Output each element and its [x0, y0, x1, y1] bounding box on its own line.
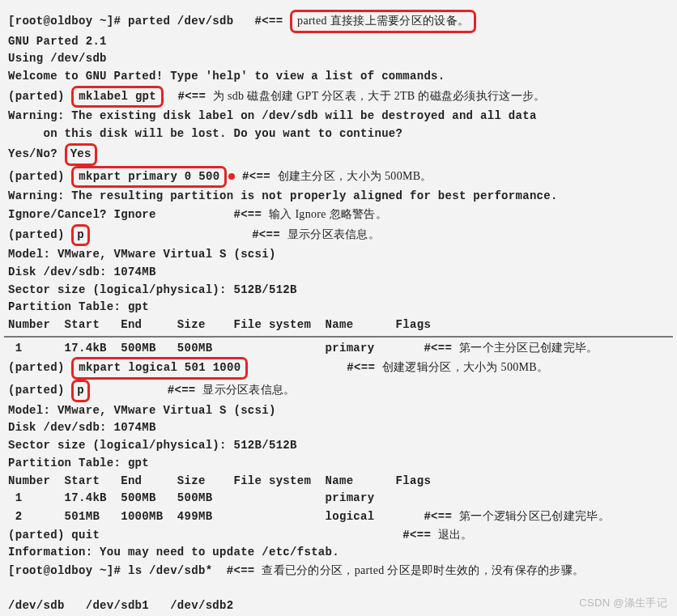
- out-model2: Model: VMware, VMware Virtual S (scsi): [8, 402, 669, 420]
- arrow-icon: #<==: [227, 564, 262, 577]
- table-row: 1 17.4kB 500MB 500MB primary: [8, 342, 374, 355]
- parted-prompt: (parted): [8, 361, 71, 374]
- input-mkpart-primary[interactable]: mkpart primary 0 500: [71, 166, 227, 189]
- terminal-line: (parted) quit #<== 退出。: [8, 526, 669, 545]
- out-using: Using /dev/sdb: [8, 50, 669, 68]
- input-yes[interactable]: Yes: [65, 143, 97, 166]
- out-warn2: Warning: The resulting partition is not …: [8, 188, 669, 206]
- terminal-line: 1 17.4kB 500MB 500MB primary #<== 第一个主分区…: [8, 339, 669, 358]
- parted-prompt: (parted): [8, 170, 71, 183]
- annotation-device: parted 直接接上需要分区的设备。: [290, 10, 476, 33]
- out-warn1a: Warning: The existing disk label on /dev…: [8, 108, 669, 125]
- out-disk: Disk /dev/sdb: 1074MB: [8, 264, 669, 282]
- parted-prompt: (parted): [8, 384, 71, 397]
- yesno-prompt: Yes/No?: [8, 147, 65, 160]
- arrow-icon: #<==: [168, 384, 203, 397]
- input-mklabel[interactable]: mklabel gpt: [71, 86, 164, 108]
- out-header: Number Start End Size File system Name F…: [8, 316, 669, 334]
- out-ptable2: Partition Table: gpt: [8, 455, 669, 473]
- arrow-icon: #<==: [255, 15, 291, 28]
- watermark: CSDN @涤生手记: [579, 595, 667, 611]
- annotation-show2: 显示分区表信息。: [202, 384, 295, 396]
- arrow-icon: #<==: [252, 228, 287, 241]
- shell-prompt: [root@oldboy ~]#: [8, 15, 128, 28]
- cmd-ls: ls /dev/sdb*: [128, 564, 212, 577]
- annotation-gpt: 为 sdb 磁盘创建 GPT 分区表，大于 2TB 的磁盘必须执行这一步。: [213, 90, 546, 102]
- out-sector: Sector size (logical/physical): 512B/512…: [8, 282, 669, 300]
- out-welcome: Welcome to GNU Parted! Type 'help' to vi…: [8, 68, 669, 86]
- out-quit: (parted) quit: [8, 529, 100, 542]
- arrow-icon: #<==: [347, 361, 382, 374]
- out-sector2: Sector size (logical/physical): 512B/512…: [8, 437, 669, 455]
- annotation-firstp: 第一个主分区已创建完毕。: [459, 342, 598, 354]
- input-p[interactable]: p: [71, 224, 90, 247]
- annotation-quit: 退出。: [438, 529, 473, 541]
- annotation-primary: 创建主分区，大小为 500MB。: [278, 170, 432, 182]
- input-mkpart-logical[interactable]: mkpart logical 501 1000: [71, 357, 248, 380]
- arrow-icon: #<==: [242, 170, 278, 183]
- out-gnu: GNU Parted 2.1: [8, 33, 669, 51]
- annotation-show1: 显示分区表信息。: [287, 228, 380, 240]
- terminal-line: Yes/No? Yes: [8, 143, 669, 166]
- out-info: Information: You may need to update /etc…: [8, 544, 669, 562]
- arrow-icon: #<==: [177, 90, 213, 103]
- shell-prompt: [root@oldboy ~]#: [8, 564, 128, 577]
- terminal-line: (parted) mklabel gpt #<== 为 sdb 磁盘创建 GPT…: [8, 86, 669, 108]
- terminal-line: [root@oldboy ~]# parted /dev/sdb #<== pa…: [8, 10, 669, 33]
- section-divider: [4, 336, 673, 338]
- ic-prompt: Ignore/Cancel?: [8, 208, 114, 221]
- out-disk2: Disk /dev/sdb: 1074MB: [8, 419, 669, 437]
- input-ignore[interactable]: Ignore: [114, 208, 156, 221]
- arrow-icon: #<==: [424, 342, 459, 355]
- terminal-line: Ignore/Cancel? Ignore #<== 输入 Ignore 忽略警…: [8, 206, 669, 224]
- annotation-logical: 创建逻辑分区，大小为 500MB。: [382, 361, 548, 373]
- out-ls: /dev/sdb /dev/sdb1 /dev/sdb2: [8, 597, 669, 615]
- terminal-line: 2 501MB 1000MB 499MB logical #<== 第一个逻辑分…: [8, 508, 669, 526]
- out-header2: Number Start End Size File system Name F…: [8, 473, 669, 491]
- terminal-line: (parted) p #<== 显示分区表信息。: [8, 380, 669, 402]
- out-model: Model: VMware, VMware Virtual S (scsi): [8, 246, 669, 264]
- annotation-ignore: 输入 Ignore 忽略警告。: [269, 208, 387, 220]
- table-row: 1 17.4kB 500MB 500MB primary: [8, 490, 669, 508]
- cmd-parted: parted /dev/sdb: [128, 15, 234, 28]
- red-dot-icon: [228, 173, 235, 180]
- out-ptable: Partition Table: gpt: [8, 299, 669, 316]
- annotation-ls: 查看已分的分区，parted 分区是即时生效的，没有保存的步骤。: [262, 564, 584, 576]
- terminal-line: (parted) p #<== 显示分区表信息。: [8, 224, 669, 247]
- terminal-line: [8, 580, 669, 598]
- arrow-icon: #<==: [233, 208, 269, 221]
- terminal-line: (parted) mkpart logical 501 1000 #<== 创建…: [8, 357, 669, 380]
- out-warn1b: on this disk will be lost. Do you want t…: [8, 125, 669, 143]
- parted-prompt: (parted): [8, 90, 71, 103]
- terminal-line: (parted) mkpart primary 0 500 #<== 创建主分区…: [8, 166, 669, 189]
- annotation-firstl: 第一个逻辑分区已创建完毕。: [459, 510, 610, 522]
- arrow-icon: #<==: [424, 510, 459, 523]
- terminal-line: [root@oldboy ~]# ls /dev/sdb* #<== 查看已分的…: [8, 562, 669, 580]
- input-p2[interactable]: p: [71, 380, 90, 402]
- arrow-icon: #<==: [402, 529, 438, 542]
- parted-prompt: (parted): [8, 228, 71, 241]
- table-row: 2 501MB 1000MB 499MB logical: [8, 510, 374, 523]
